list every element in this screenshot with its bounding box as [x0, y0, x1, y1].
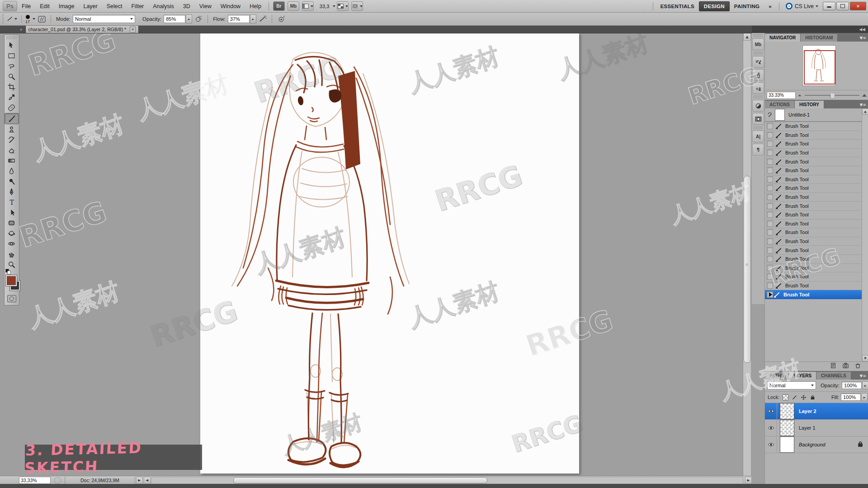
blend-mode-select[interactable]: Normal: [767, 381, 816, 389]
toggle-brush-panel-button[interactable]: [37, 14, 47, 23]
eyedropper-tool[interactable]: [5, 92, 18, 103]
history-set-source-box[interactable]: [767, 203, 773, 209]
history-entry[interactable]: Brush Tool: [765, 122, 868, 131]
panel-tab[interactable]: CHANNELS: [816, 372, 851, 380]
screen-mode-button[interactable]: [351, 1, 363, 11]
menu-item[interactable]: Analysis: [148, 0, 179, 12]
hand-tool[interactable]: [5, 249, 18, 259]
vertical-scrollbar[interactable]: ▲: [743, 33, 751, 476]
view-extras-button[interactable]: [337, 1, 349, 11]
history-entry[interactable]: Brush Tool: [765, 184, 868, 193]
history-entry[interactable]: Brush Tool: [765, 149, 868, 158]
panel-tab[interactable]: HISTOGRAM: [801, 34, 838, 42]
pen-tool[interactable]: [5, 187, 18, 197]
menu-item[interactable]: View: [195, 0, 216, 12]
menu-item[interactable]: Edit: [35, 0, 54, 12]
history-entry[interactable]: Brush Tool: [765, 211, 868, 220]
type-tool[interactable]: T: [5, 197, 18, 207]
menu-item[interactable]: Help: [245, 0, 266, 12]
history-set-source-box[interactable]: [767, 211, 773, 218]
layer-thumbnail[interactable]: [780, 420, 794, 436]
quick-selection-tool[interactable]: [5, 71, 18, 82]
adjustments-panel-icon[interactable]: [752, 100, 764, 112]
history-entry[interactable]: Brush Tool: [765, 237, 868, 246]
panel-tab[interactable]: LAYERS: [789, 372, 816, 380]
clone-source-panel-icon[interactable]: [752, 82, 764, 94]
zoom-tool[interactable]: [5, 259, 18, 270]
workspace-button[interactable]: DESIGN: [699, 1, 730, 11]
history-set-source-box[interactable]: [767, 265, 773, 271]
crop-tool[interactable]: [5, 82, 18, 92]
doc-size-indicator[interactable]: Doc: 24,9M/23,9M: [65, 477, 135, 484]
history-set-source-box[interactable]: [767, 247, 773, 253]
horizontal-scroll-thumb[interactable]: [233, 477, 487, 483]
layer-thumbnail[interactable]: [780, 436, 794, 453]
history-entry[interactable]: Brush Tool: [765, 140, 868, 149]
history-entry[interactable]: Brush Tool: [765, 246, 868, 255]
canvas[interactable]: [200, 33, 579, 474]
workspace-overflow-button[interactable]: »: [764, 2, 776, 11]
history-entry[interactable]: Brush Tool: [765, 193, 868, 202]
lock-position-icon[interactable]: [801, 394, 807, 400]
history-set-source-box[interactable]: [767, 256, 773, 262]
menu-item[interactable]: Filter: [127, 0, 148, 12]
panel-tab[interactable]: ACTIONS: [765, 101, 795, 108]
history-entry[interactable]: Brush Tool: [765, 228, 868, 237]
tool-preset-picker[interactable]: [7, 14, 17, 23]
zoom-in-icon[interactable]: [862, 94, 867, 97]
3d-orbit-tool[interactable]: [5, 239, 18, 249]
history-set-source-box[interactable]: [767, 194, 773, 200]
arrange-documents-button[interactable]: [302, 1, 314, 11]
layer-fill-field[interactable]: 100%: [841, 394, 861, 401]
mini-bridge-panel-icon[interactable]: Mb: [752, 38, 764, 50]
visibility-eye-icon[interactable]: [765, 420, 777, 436]
history-brush-source-icon[interactable]: [765, 112, 775, 118]
history-entry[interactable]: Brush Tool: [765, 166, 868, 175]
close-button[interactable]: ✕: [850, 2, 866, 10]
history-entry[interactable]: Brush Tool: [765, 255, 868, 264]
scroll-down-icon[interactable]: ▼: [862, 355, 868, 361]
panel-menu-icon[interactable]: ▼≡: [860, 103, 868, 108]
quick-mask-button[interactable]: [7, 295, 16, 302]
history-entry[interactable]: Brush Tool: [765, 220, 868, 229]
history-set-source-box[interactable]: [767, 185, 773, 191]
layer-row[interactable]: Layer 2: [765, 403, 868, 420]
blur-tool[interactable]: [5, 166, 18, 176]
delete-state-icon[interactable]: [854, 362, 861, 371]
menu-item[interactable]: Window: [216, 0, 245, 12]
mode-select[interactable]: Normal: [73, 15, 135, 23]
brush-picker-caret-icon[interactable]: [33, 18, 35, 20]
lasso-tool[interactable]: [5, 61, 18, 71]
navigator-zoom-field[interactable]: 33.33%: [767, 92, 796, 99]
character-panel-icon[interactable]: A|: [752, 131, 764, 142]
flow-spinner[interactable]: ▸: [250, 14, 256, 23]
history-set-source-box[interactable]: [767, 273, 773, 280]
scroll-up-icon[interactable]: ▲: [862, 108, 868, 115]
healing-brush-tool[interactable]: [5, 103, 18, 113]
opacity-field[interactable]: 85%: [164, 15, 185, 23]
workspace-button[interactable]: PAINTING: [730, 2, 764, 11]
panel-tab[interactable]: PATHS: [765, 372, 789, 380]
brush-tool[interactable]: [5, 113, 19, 124]
scroll-up-icon[interactable]: ▲: [743, 33, 751, 41]
shape-tool[interactable]: [5, 218, 18, 228]
history-entry[interactable]: Brush Tool: [765, 175, 868, 184]
workspace-button[interactable]: ESSENTIALS: [656, 2, 699, 11]
history-entry[interactable]: Brush Tool: [765, 290, 868, 299]
history-entry[interactable]: Brush Tool: [765, 157, 868, 166]
history-scrollbar[interactable]: ▲ ▼: [862, 108, 868, 361]
horizontal-scrollbar[interactable]: [151, 477, 743, 484]
history-entry[interactable]: Brush Tool: [765, 282, 868, 291]
vertical-scroll-thumb[interactable]: [744, 176, 751, 363]
menu-item[interactable]: File: [17, 0, 35, 12]
history-set-source-box[interactable]: [767, 141, 773, 147]
brush-preset-picker[interactable]: 17: [25, 15, 30, 23]
scroll-left-icon[interactable]: ◀: [144, 477, 151, 484]
gradient-tool[interactable]: [5, 155, 18, 166]
history-set-source-box[interactable]: [767, 176, 773, 183]
opacity-spinner[interactable]: ▸: [186, 14, 192, 23]
menu-item[interactable]: 3D: [179, 0, 195, 12]
new-snapshot-icon[interactable]: [842, 362, 849, 371]
history-entry[interactable]: Brush Tool: [765, 264, 868, 273]
masks-panel-icon[interactable]: [752, 113, 764, 125]
